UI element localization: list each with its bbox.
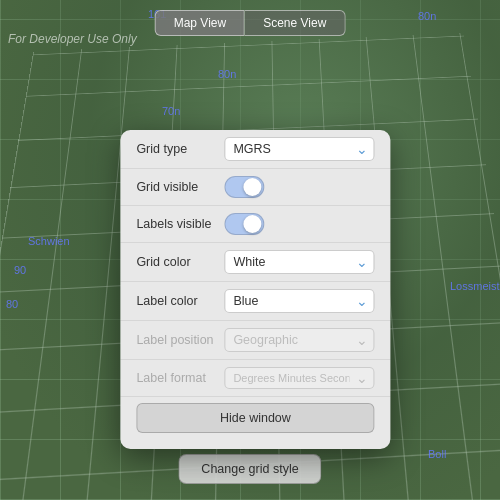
label-position-label: Label position (136, 333, 224, 347)
coord-label: 80n (218, 68, 236, 80)
hide-btn-wrap: Hide window (120, 403, 390, 433)
grid-color-label: Grid color (136, 255, 224, 269)
grid-type-label: Grid type (136, 142, 224, 156)
label-position-control: Geographic ⌄ (224, 328, 374, 352)
coord-label: 80 (6, 298, 18, 310)
label-position-row: Label position Geographic ⌄ (120, 321, 390, 360)
grid-color-control: White ⌄ (224, 250, 374, 274)
label-format-row: Label format Degrees Minutes Seconds ⌄ (120, 360, 390, 397)
grid-visible-row: Grid visible (120, 169, 390, 206)
labels-visible-toggle[interactable] (224, 213, 264, 235)
grid-visible-control (224, 176, 374, 198)
grid-type-control: MGRS ⌄ (224, 137, 374, 161)
labels-visible-label: Labels visible (136, 217, 224, 231)
grid-type-row: Grid type MGRS ⌄ (120, 130, 390, 169)
top-bar: Map View Scene View (155, 10, 346, 36)
label-color-label: Label color (136, 294, 224, 308)
labels-visible-row: Labels visible (120, 206, 390, 243)
label-color-select[interactable]: Blue (224, 289, 374, 313)
hide-window-button[interactable]: Hide window (136, 403, 374, 433)
grid-color-row: Grid color White ⌄ (120, 243, 390, 282)
labels-visible-control (224, 213, 374, 235)
label-position-select[interactable]: Geographic (224, 328, 374, 352)
label-color-row: Label color Blue ⌄ (120, 282, 390, 321)
coord-label: 70n (162, 105, 180, 117)
label-color-control: Blue ⌄ (224, 289, 374, 313)
settings-dialog: Grid type MGRS ⌄ Grid visible Labels vis… (120, 130, 390, 449)
change-grid-style-button[interactable]: Change grid style (178, 454, 321, 484)
grid-type-select[interactable]: MGRS (224, 137, 374, 161)
coord-label: 90 (14, 264, 26, 276)
coord-label: 80n (418, 10, 436, 22)
coord-label: Schwien (28, 235, 70, 247)
grid-visible-toggle[interactable] (224, 176, 264, 198)
label-format-select[interactable]: Degrees Minutes Seconds (224, 367, 374, 389)
bottom-btn-wrap: Change grid style (178, 454, 321, 484)
map-view-button[interactable]: Map View (155, 10, 245, 36)
label-format-label: Label format (136, 371, 224, 385)
scene-view-button[interactable]: Scene View (245, 10, 345, 36)
coord-label: Lossmeister (450, 280, 500, 292)
label-format-control: Degrees Minutes Seconds ⌄ (224, 367, 374, 389)
coord-label: Boll (428, 448, 446, 460)
grid-visible-label: Grid visible (136, 180, 224, 194)
developer-label: For Developer Use Only (8, 32, 137, 46)
grid-color-select[interactable]: White (224, 250, 374, 274)
